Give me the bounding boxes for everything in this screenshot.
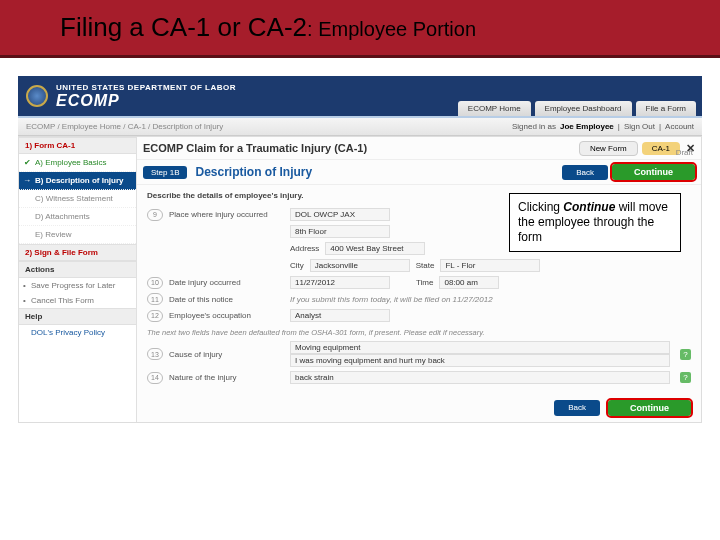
- slide-title-sub: : Employee Portion: [307, 18, 476, 40]
- sidebar-item-description[interactable]: B) Description of Injury: [19, 172, 136, 190]
- input-city[interactable]: Jacksonville: [310, 259, 410, 272]
- draft-label: Draft: [676, 148, 693, 157]
- submit-note: If you submit this form today, it will b…: [290, 295, 493, 304]
- account-links: Signed in as Joe Employee | Sign Out | A…: [512, 122, 694, 131]
- slide-title-bar: Filing a CA-1 or CA-2: Employee Portion: [0, 0, 720, 58]
- header-text: UNITED STATES DEPARTMENT OF LABOR ECOMP: [56, 83, 236, 110]
- field-num-12: 12: [147, 310, 163, 322]
- tab-employee-dashboard[interactable]: Employee Dashboard: [535, 101, 632, 116]
- back-button-bottom[interactable]: Back: [554, 400, 600, 416]
- slide-title: Filing a CA-1 or CA-2: Employee Portion: [60, 12, 476, 43]
- input-floor[interactable]: 8th Floor: [290, 225, 390, 238]
- claim-title: ECOMP Claim for a Traumatic Injury (CA-1…: [143, 142, 575, 154]
- breadcrumb-row: ECOMP / Employee Home / CA-1 / Descripti…: [18, 118, 702, 136]
- label-cause: Cause of injury: [169, 350, 284, 359]
- input-place[interactable]: DOL OWCP JAX: [290, 208, 390, 221]
- label-date-injury: Date injury occurred: [169, 278, 284, 287]
- signed-in-name: Joe Employee: [560, 122, 614, 131]
- field-num-14: 14: [147, 372, 163, 384]
- sidebar-sec-sign: 2) Sign & File Form: [19, 244, 136, 261]
- field-num-11: 11: [147, 293, 163, 305]
- sidebar-item-witness[interactable]: C) Witness Statement: [19, 190, 136, 208]
- input-state[interactable]: FL - Flor: [440, 259, 540, 272]
- input-cause[interactable]: Moving equipment I was moving equipment …: [290, 341, 670, 367]
- sidebar-item-basics[interactable]: A) Employee Basics: [19, 154, 136, 172]
- breadcrumb[interactable]: ECOMP / Employee Home / CA-1 / Descripti…: [26, 122, 223, 131]
- dept-label: UNITED STATES DEPARTMENT OF LABOR: [56, 83, 236, 92]
- label-place: Place where injury occurred: [169, 210, 284, 219]
- sign-out-link[interactable]: Sign Out: [624, 122, 655, 131]
- sidebar-help-header: Help: [19, 308, 136, 325]
- input-occupation[interactable]: Analyst: [290, 309, 390, 322]
- tab-file-form[interactable]: File a Form: [636, 101, 696, 116]
- field-num-13: 13: [147, 348, 163, 360]
- main-panel: ECOMP Claim for a Traumatic Injury (CA-1…: [137, 137, 701, 422]
- tab-ecomp-home[interactable]: ECOMP Home: [458, 101, 531, 116]
- app-body: 1) Form CA-1 A) Employee Basics B) Descr…: [18, 136, 702, 423]
- ecomp-logo: ECOMP: [56, 92, 236, 110]
- input-date-injury[interactable]: 11/27/2012: [290, 276, 390, 289]
- label-time: Time: [416, 278, 433, 287]
- continue-button-bottom[interactable]: Continue: [608, 400, 691, 416]
- sidebar-sec-form: 1) Form CA-1: [19, 137, 136, 154]
- help-icon[interactable]: ?: [680, 372, 691, 383]
- label-address: Address: [290, 244, 319, 253]
- sidebar-item-attachments[interactable]: D) Attachments: [19, 208, 136, 226]
- input-time[interactable]: 08:00 am: [439, 276, 499, 289]
- main-header: ECOMP Claim for a Traumatic Injury (CA-1…: [137, 137, 701, 159]
- label-city: City: [290, 261, 304, 270]
- help-icon[interactable]: ?: [680, 349, 691, 360]
- bottom-buttons: Back Continue: [137, 394, 701, 422]
- field-num-10: 10: [147, 277, 163, 289]
- input-nature[interactable]: back strain: [290, 371, 670, 384]
- step-title: Description of Injury: [195, 165, 562, 179]
- back-button-top[interactable]: Back: [562, 165, 608, 180]
- label-state: State: [416, 261, 435, 270]
- label-occupation: Employee's occupation: [169, 311, 284, 320]
- sidebar-action-save[interactable]: Save Progress for Later: [19, 278, 136, 293]
- dol-seal-icon: [26, 85, 48, 107]
- pill-new-form: New Form: [579, 141, 638, 156]
- field-num-9: 9: [147, 209, 163, 221]
- step-badge: Step 1B: [143, 166, 187, 179]
- sidebar-privacy-link[interactable]: DOL's Privacy Policy: [19, 325, 136, 340]
- app-header: UNITED STATES DEPARTMENT OF LABOR ECOMP …: [18, 76, 702, 118]
- step-row: Draft Step 1B Description of Injury Back…: [137, 159, 701, 185]
- sidebar-actions-header: Actions: [19, 261, 136, 278]
- signed-in-label: Signed in as: [512, 122, 556, 131]
- sidebar-item-review[interactable]: E) Review: [19, 226, 136, 244]
- account-link[interactable]: Account: [665, 122, 694, 131]
- app-screenshot: UNITED STATES DEPARTMENT OF LABOR ECOMP …: [0, 58, 720, 423]
- sidebar: 1) Form CA-1 A) Employee Basics B) Descr…: [19, 137, 137, 422]
- slide-title-main: Filing a CA-1 or CA-2: [60, 12, 307, 42]
- continue-button-top[interactable]: Continue: [612, 164, 695, 180]
- osha-note: The next two fields have been defaulted …: [147, 328, 691, 337]
- label-date-notice: Date of this notice: [169, 295, 284, 304]
- annotation-callout: Clicking Continue will move the employee…: [509, 193, 681, 252]
- pill-ca1: CA-1: [642, 142, 680, 155]
- sidebar-action-cancel[interactable]: Cancel This Form: [19, 293, 136, 308]
- input-address[interactable]: 400 West Bay Street: [325, 242, 425, 255]
- label-nature: Nature of the injury: [169, 373, 284, 382]
- top-tabs: ECOMP Home Employee Dashboard File a For…: [458, 101, 696, 116]
